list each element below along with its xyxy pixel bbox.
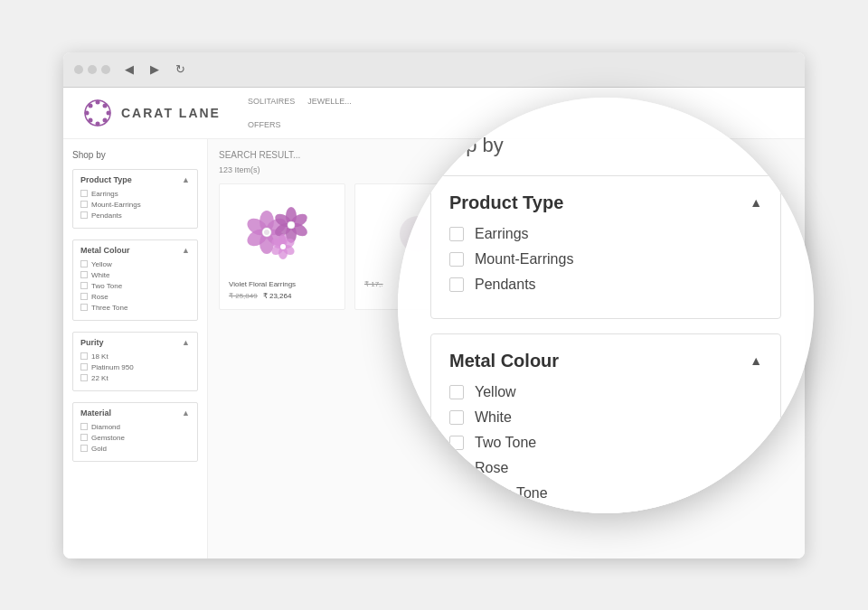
price-discounted-1: ₹ 23,264 [263, 292, 292, 300]
zoom-checkbox-white[interactable] [449, 410, 464, 425]
zoom-filter-header-product-type: Product Type ▲ [449, 192, 762, 213]
label-22kt: 22 Kt [91, 374, 108, 382]
checkbox-yellow[interactable] [80, 260, 88, 267]
zoom-circle: Shop by Product Type ▲ Earrings Mount-Ea… [398, 98, 814, 513]
svg-point-6 [89, 117, 93, 122]
filter-toggle-product-type[interactable]: ▲ [182, 175, 190, 184]
filter-item-22kt: 22 Kt [80, 374, 190, 382]
logo-icon [81, 97, 114, 129]
svg-point-23 [288, 221, 295, 229]
sidebar-title: Shop by [72, 150, 198, 160]
browser-nav: ◀ ▶ ↻ [119, 60, 190, 80]
label-earrings: Earrings [91, 190, 118, 198]
label-pendants: Pendants [91, 211, 122, 220]
zoom-checkbox-yellow[interactable] [449, 385, 464, 399]
zoom-shop-by-label: Shop by [430, 134, 781, 157]
filter-toggle-material[interactable]: ▲ [182, 408, 190, 418]
forward-button[interactable]: ▶ [145, 60, 165, 80]
checkbox-18kt[interactable] [80, 352, 88, 360]
filter-item-gemstone: Gemstone [80, 434, 190, 442]
browser-dots [74, 65, 110, 74]
zoom-label-mount-earrings: Mount-Earrings [475, 251, 573, 267]
nav-row-1: SOLITAIRES JEWELLE... [248, 97, 352, 106]
filter-toggle-purity[interactable]: ▲ [182, 338, 190, 347]
filter-title-metal-colour: Metal Colour [80, 246, 130, 255]
zoom-label-yellow: Yellow [475, 384, 516, 400]
svg-point-2 [103, 103, 108, 108]
label-yellow: Yellow [91, 260, 112, 268]
filter-section-metal-colour: Metal Colour ▲ Yellow White Two Tone [72, 239, 198, 321]
checkbox-earrings[interactable] [80, 190, 88, 197]
filter-item-gold: Gold [80, 445, 190, 453]
product-card-1[interactable]: Violet Floral Earrings ₹ 25,849 ₹ 23,264 [219, 183, 345, 310]
dot-2 [88, 65, 97, 74]
price-original-2: ₹ 17,. [364, 280, 383, 288]
label-mount-earrings: Mount-Earrings [91, 201, 141, 209]
svg-point-16 [264, 230, 269, 235]
zoom-filter-title-product-type: Product Type [449, 192, 563, 213]
label-diamond: Diamond [91, 423, 120, 431]
product-flower-svg [241, 198, 323, 270]
filter-title-material: Material [80, 408, 111, 418]
zoom-checkbox-earrings[interactable] [449, 227, 464, 241]
checkbox-rose[interactable] [80, 293, 88, 300]
checkbox-mount-earrings[interactable] [80, 201, 88, 208]
checkbox-diamond[interactable] [80, 423, 88, 430]
logo-text: CARAT LANE [121, 106, 221, 120]
svg-point-3 [107, 110, 111, 115]
checkbox-platinum[interactable] [80, 363, 88, 371]
svg-point-8 [89, 103, 93, 108]
checkbox-white[interactable] [80, 271, 88, 278]
checkbox-gemstone[interactable] [80, 434, 88, 441]
label-two-tone: Two Tone [91, 282, 122, 290]
filter-item-three-tone: Three Tone [80, 304, 190, 312]
zoom-filter-toggle-product-type[interactable]: ▲ [750, 195, 762, 210]
filter-item-yellow: Yellow [80, 260, 190, 268]
filter-header-material: Material ▲ [80, 408, 190, 418]
zoom-item-white: White [449, 409, 762, 426]
zoom-label-white: White [475, 409, 512, 426]
zoom-filter-product-type: Product Type ▲ Earrings Mount-Earrings P… [430, 175, 781, 319]
checkbox-two-tone[interactable] [80, 282, 88, 289]
zoom-item-yellow: Yellow [449, 384, 762, 400]
logo-area: CARAT LANE [81, 97, 221, 129]
svg-point-4 [103, 117, 108, 122]
filter-header-purity: Purity ▲ [80, 338, 190, 347]
checkbox-gold[interactable] [80, 445, 88, 452]
nav-offers[interactable]: OFFERS [248, 120, 281, 129]
label-platinum: Platinum 950 [91, 363, 134, 371]
zoom-label-two-tone: Two Tone [475, 435, 536, 451]
back-button[interactable]: ◀ [119, 60, 139, 80]
zoom-item-mount-earrings: Mount-Earrings [449, 251, 762, 267]
label-gemstone: Gemstone [91, 434, 125, 442]
filter-item-white: White [80, 271, 190, 279]
site-nav: SOLITAIRES JEWELLE... OFFERS [248, 97, 352, 129]
filter-item-mount-earrings: Mount-Earrings [80, 201, 190, 209]
zoom-checkbox-mount-earrings[interactable] [449, 252, 464, 267]
filter-item-platinum: Platinum 950 [80, 363, 190, 371]
zoom-filter-toggle-metal-colour[interactable]: ▲ [750, 353, 762, 368]
filter-section-material: Material ▲ Diamond Gemstone Gold [72, 402, 198, 462]
filter-item-18kt: 18 Kt [80, 352, 190, 361]
checkbox-three-tone[interactable] [80, 304, 88, 311]
product-image-1 [229, 193, 335, 275]
label-rose: Rose [91, 293, 108, 301]
refresh-button[interactable]: ↻ [170, 60, 190, 80]
nav-solitaires[interactable]: SOLITAIRES [248, 97, 295, 106]
filter-toggle-metal-colour[interactable]: ▲ [182, 246, 190, 255]
filter-item-pendants: Pendants [80, 211, 190, 220]
filter-item-diamond: Diamond [80, 423, 190, 431]
zoom-item-rose: Rose [449, 460, 762, 476]
zoom-checkbox-pendants[interactable] [449, 277, 464, 292]
dot-1 [74, 65, 83, 74]
checkbox-pendants[interactable] [80, 211, 88, 219]
filter-header-product-type: Product Type ▲ [80, 175, 190, 184]
zoom-filter-title-metal-colour: Metal Colour [449, 351, 559, 371]
zoom-label-pendants: Pendants [475, 277, 536, 293]
svg-point-5 [96, 121, 100, 126]
zoom-label-earrings: Earrings [475, 226, 529, 242]
checkbox-22kt[interactable] [80, 374, 88, 381]
svg-point-30 [280, 244, 286, 249]
nav-jewelle[interactable]: JEWELLE... [307, 97, 352, 106]
label-18kt: 18 Kt [91, 352, 108, 361]
